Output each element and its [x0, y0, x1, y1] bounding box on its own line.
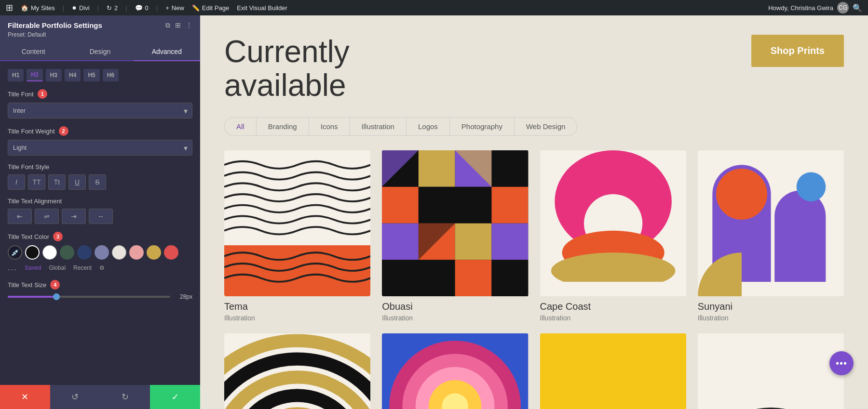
content-area: Currentlyavailable Shop Prints All Brand…: [200, 15, 868, 409]
save-button[interactable]: ✓: [150, 385, 200, 409]
sidebar-footer: ✕ ↺ ↻ ✓: [0, 385, 200, 409]
heading-btn-h4[interactable]: H4: [65, 69, 81, 81]
strikethrough-btn[interactable]: S: [89, 174, 106, 190]
portfolio-category-capecoast: Illustration: [540, 314, 686, 322]
portfolio-item-capecoast[interactable]: Cape Coast Illustration: [540, 150, 686, 322]
tab-design[interactable]: Design: [67, 43, 133, 61]
heading-btn-h5[interactable]: H5: [83, 69, 99, 81]
portfolio-item-sunyani[interactable]: Sunyani Illustration: [698, 150, 844, 322]
capitalize-btn[interactable]: Tt: [48, 174, 66, 190]
portfolio-grid: Tema Illustration: [224, 150, 844, 409]
align-left-btn[interactable]: ⇤: [8, 209, 32, 224]
slider-value: 28px: [175, 293, 192, 300]
color-swatch-lavender[interactable]: [95, 245, 109, 260]
color-swatch-gold[interactable]: [147, 245, 161, 260]
filter-tab-logos[interactable]: Logos: [407, 118, 450, 135]
filter-tab-all[interactable]: All: [225, 118, 257, 135]
svg-rect-44: [540, 333, 686, 409]
filter-tab-webdesign[interactable]: Web Design: [515, 118, 577, 135]
uppercase-btn[interactable]: TT: [28, 174, 45, 190]
svg-rect-6: [492, 150, 529, 187]
eyedropper-btn[interactable]: 💉: [8, 245, 22, 260]
portfolio-thumb-5: [224, 333, 370, 409]
edit-page-link[interactable]: ✏️ Edit Page: [192, 4, 229, 12]
undo-button[interactable]: ↺: [50, 385, 100, 409]
color-swatch-navy[interactable]: [77, 245, 92, 260]
title-text-size-label: Title Text Size 4: [8, 280, 192, 290]
portfolio-thumb-6: [382, 333, 528, 409]
title-font-select[interactable]: Inter Roboto Open Sans: [8, 103, 192, 119]
tab-advanced[interactable]: Advanced: [134, 43, 200, 61]
heading-btn-h6[interactable]: H6: [103, 69, 119, 81]
new-button[interactable]: + New: [165, 4, 184, 12]
portfolio-item-tema[interactable]: Tema Illustration: [224, 150, 370, 322]
color-swatch-cream[interactable]: [112, 245, 126, 260]
color-more[interactable]: ...: [8, 264, 17, 272]
avatar[interactable]: CG: [837, 2, 849, 13]
wp-icon[interactable]: ⊞: [6, 2, 13, 13]
redo-button[interactable]: ↻: [100, 385, 150, 409]
save-icon: ✓: [172, 392, 179, 402]
search-icon[interactable]: 🔍: [853, 3, 862, 13]
color-swatch-green[interactable]: [60, 245, 74, 260]
filter-tab-branding[interactable]: Branding: [257, 118, 309, 135]
cancel-button[interactable]: ✕: [0, 385, 50, 409]
exit-visual-builder-link[interactable]: Exit Visual Builder: [237, 4, 287, 12]
grid-icon[interactable]: ⊞: [175, 21, 181, 29]
heading-buttons: H1 H2 H3 H4 H5 H6: [8, 69, 192, 81]
undo-icon: ↺: [71, 392, 79, 402]
sidebar-header-icons: ⧉ ⊞ ⋮: [165, 21, 192, 29]
portfolio-thumb-sunyani: [698, 150, 844, 296]
svg-rect-17: [455, 260, 492, 296]
portfolio-name-tema: Tema: [224, 301, 370, 312]
portfolio-item-6[interactable]: [382, 333, 528, 409]
sidebar-title: Filterable Portfolio Settings: [8, 21, 102, 29]
slider-thumb[interactable]: [53, 293, 60, 300]
top-bar-right: Howdy, Christina Gwira CG 🔍: [768, 2, 862, 13]
portfolio-item-7[interactable]: [540, 333, 686, 409]
updates-link[interactable]: ↻ 2: [107, 4, 118, 12]
svg-rect-14: [492, 223, 529, 260]
align-justify-btn[interactable]: ↔: [89, 209, 113, 224]
divi-link[interactable]: ● Divi: [72, 3, 89, 12]
my-sites-link[interactable]: 🏠 My Sites: [21, 4, 55, 12]
color-swatch-pink[interactable]: [129, 245, 144, 260]
portfolio-thumb-obuasi: [382, 150, 528, 296]
title-font-weight-select[interactable]: Light Normal Bold: [8, 140, 192, 156]
svg-rect-27: [540, 282, 686, 296]
portfolio-item-8[interactable]: [698, 333, 844, 409]
shop-prints-button[interactable]: Shop Prints: [751, 35, 844, 67]
portfolio-thumb-8: [698, 333, 844, 409]
content-header: Currentlyavailable Shop Prints: [224, 35, 844, 103]
filter-tab-illustration[interactable]: Illustration: [350, 118, 407, 135]
heading-btn-h1[interactable]: H1: [8, 69, 24, 81]
gear-icon[interactable]: ⚙: [99, 264, 105, 271]
heading-btn-h3[interactable]: H3: [46, 69, 62, 81]
color-swatch-white[interactable]: [42, 245, 57, 260]
more-icon[interactable]: ⋮: [186, 21, 192, 29]
sidebar-header: Filterable Portfolio Settings ⧉ ⊞ ⋮ Pres…: [0, 15, 200, 43]
fab-button[interactable]: •••: [829, 351, 854, 375]
portfolio-item-5[interactable]: [224, 333, 370, 409]
filter-tab-photography[interactable]: Photography: [450, 118, 515, 135]
svg-point-30: [796, 172, 826, 201]
tab-content[interactable]: Content: [0, 43, 67, 61]
italic-btn[interactable]: I: [8, 174, 25, 190]
align-right-btn[interactable]: ⇥: [62, 209, 86, 224]
portfolio-thumb-tema: [224, 150, 370, 296]
color-swatch-red[interactable]: [164, 245, 178, 260]
portfolio-item-obuasi[interactable]: Obuasi Illustration: [382, 150, 528, 322]
main-layout: Filterable Portfolio Settings ⧉ ⊞ ⋮ Pres…: [0, 15, 868, 409]
edit-icon: ✏️: [192, 4, 200, 12]
copy-icon[interactable]: ⧉: [165, 21, 170, 29]
filter-tab-icons[interactable]: Icons: [309, 118, 350, 135]
portfolio-category-tema: Illustration: [224, 314, 370, 322]
heading-btn-h2[interactable]: H2: [27, 69, 42, 81]
align-center-btn[interactable]: ⇌: [35, 209, 59, 224]
recent-label: Recent: [73, 264, 92, 271]
preset-label[interactable]: Preset: Default: [8, 31, 192, 38]
comments-link[interactable]: 💬 0: [135, 4, 149, 12]
color-swatch-black[interactable]: [25, 245, 40, 260]
portfolio-name-obuasi: Obuasi: [382, 301, 528, 312]
underline-btn[interactable]: U: [68, 174, 86, 190]
